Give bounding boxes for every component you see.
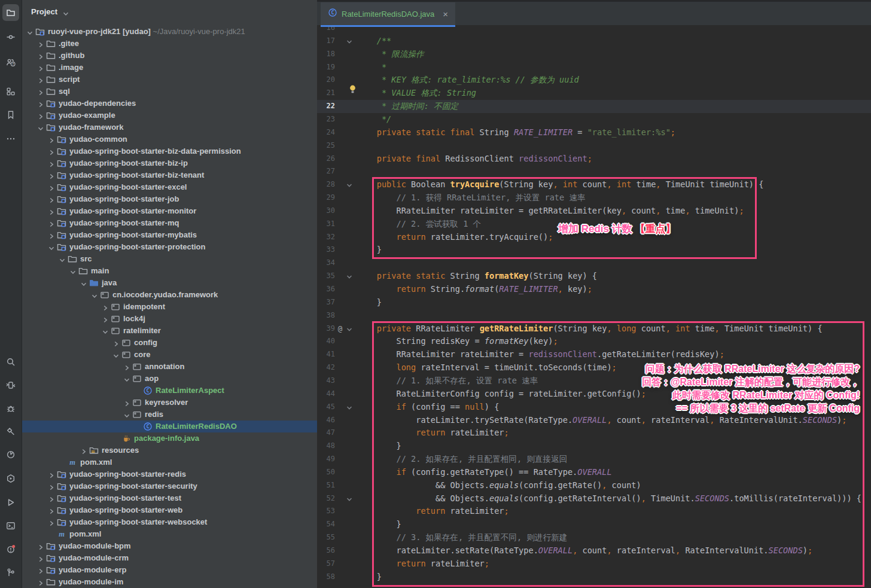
tree-item-sql[interactable]: sql [22, 86, 317, 98]
tree-item-yudao-spring-boot-starter-biz-tenant[interactable]: yudao-spring-boot-starter-biz-tenant [22, 169, 317, 181]
tree-item-.gitee[interactable]: .gitee [22, 38, 317, 50]
line-number[interactable]: 40 [317, 335, 335, 348]
run-icon[interactable] [2, 494, 19, 511]
fold-chevron-icon[interactable] [346, 181, 354, 189]
chevron-right-icon[interactable] [48, 148, 55, 155]
close-icon[interactable]: × [443, 9, 448, 19]
line-number[interactable]: 20 [317, 74, 335, 87]
tree-item-yudao-module-bpm[interactable]: yudao-module-bpm [22, 540, 317, 552]
chevron-right-icon[interactable] [48, 471, 55, 478]
chevron-right-icon[interactable] [48, 160, 55, 167]
chevron-down-icon[interactable] [123, 375, 130, 382]
chevron-down-icon[interactable] [112, 351, 120, 358]
chevron-right-icon[interactable] [80, 447, 87, 454]
tree-item-package-info.java[interactable]: package-info.java [22, 432, 317, 444]
chevron-right-icon[interactable] [48, 220, 55, 227]
annotated-gutter-icon[interactable]: @ [336, 322, 345, 336]
line-number[interactable]: 54 [317, 518, 335, 531]
tree-item-yudao-spring-boot-starter-mybatis[interactable]: yudao-spring-boot-starter-mybatis [22, 229, 317, 241]
tree-item-redis[interactable]: redis [22, 409, 317, 421]
line-number[interactable]: 35 [317, 270, 335, 283]
structural-search-icon[interactable] [2, 377, 19, 394]
tree-item-config[interactable]: config [22, 337, 317, 349]
line-number[interactable]: 21 [317, 87, 335, 100]
tree-item-yudao-common[interactable]: yudao-common [22, 133, 317, 145]
tree-item-annotation[interactable]: annotation [22, 361, 317, 373]
chevron-right-icon[interactable] [48, 184, 55, 191]
line-number[interactable]: 22 [317, 100, 335, 113]
line-number[interactable]: 48 [317, 440, 335, 453]
search-icon[interactable] [2, 354, 19, 370]
tree-item-RateLimiterAspect[interactable]: CRateLimiterAspect [22, 385, 317, 397]
chevron-right-icon[interactable] [37, 88, 44, 95]
tree-item-aop[interactable]: aop [22, 373, 317, 385]
profiler-icon[interactable] [2, 446, 19, 463]
chevron-right-icon[interactable] [48, 208, 55, 215]
chevron-right-icon[interactable] [37, 566, 44, 574]
chevron-down-icon[interactable] [91, 291, 98, 298]
chevron-down-icon[interactable] [26, 28, 34, 35]
chevron-down-icon[interactable] [59, 255, 66, 263]
services-icon[interactable] [2, 470, 19, 487]
line-number[interactable]: 27 [317, 165, 335, 178]
chevron-down-icon[interactable] [123, 411, 130, 418]
problems-icon[interactable] [2, 541, 19, 557]
tree-item-RateLimiterRedisDAO[interactable]: CRateLimiterRedisDAO [22, 421, 317, 432]
line-number[interactable]: 45 [317, 401, 335, 414]
line-number[interactable]: 34 [317, 257, 335, 270]
chevron-right-icon[interactable] [48, 483, 55, 490]
chevron-right-icon[interactable] [102, 315, 109, 322]
chevron-right-icon[interactable] [48, 231, 55, 239]
tree-item-resources[interactable]: resources [22, 444, 317, 456]
chevron-right-icon[interactable] [48, 136, 55, 143]
chevron-down-icon[interactable] [102, 327, 109, 334]
line-number[interactable]: 53 [317, 505, 335, 518]
tree-item-core[interactable]: core [22, 349, 317, 361]
line-number[interactable]: 32 [317, 231, 335, 244]
tree-item-cn.iocoder.yudao.framework[interactable]: cn.iocoder.yudao.framework [22, 289, 317, 301]
chevron-down-icon[interactable] [62, 9, 69, 16]
line-number[interactable]: 56 [317, 544, 335, 557]
chevron-right-icon[interactable] [123, 399, 130, 406]
chevron-right-icon[interactable] [37, 64, 44, 71]
line-number[interactable]: 38 [317, 309, 335, 322]
tree-item-yudao-spring-boot-starter-mq[interactable]: yudao-spring-boot-starter-mq [22, 217, 317, 229]
line-number[interactable]: 31 [317, 218, 335, 231]
tree-item-ratelimiter[interactable]: ratelimiter [22, 325, 317, 337]
line-number[interactable]: 29 [317, 191, 335, 205]
chevron-right-icon[interactable] [37, 555, 44, 562]
fold-chevron-icon[interactable] [346, 325, 354, 333]
line-number[interactable]: 23 [317, 113, 335, 126]
chevron-right-icon[interactable] [37, 52, 44, 59]
chevron-down-icon[interactable] [48, 243, 55, 251]
terminal-icon[interactable] [2, 517, 19, 534]
build-icon[interactable] [2, 424, 19, 440]
tree-item-ruoyi-vue-pro-jdk21[interactable]: ruoyi-vue-pro-jdk21 [yudao] ~/Java/ruoyi… [22, 26, 317, 38]
line-number[interactable]: 33 [317, 243, 335, 257]
line-number[interactable]: 42 [317, 361, 335, 374]
line-number[interactable]: 28 [317, 178, 335, 191]
chevron-right-icon[interactable] [48, 196, 55, 203]
line-number[interactable]: 50 [317, 466, 335, 479]
chevron-down-icon[interactable] [37, 124, 44, 131]
tree-item-yudao-spring-boot-starter-test[interactable]: yudao-spring-boot-starter-test [22, 492, 317, 504]
tree-item-yudao-example[interactable]: yudao-example [22, 109, 317, 121]
tree-item-yudao-spring-boot-starter-security[interactable]: yudao-spring-boot-starter-security [22, 480, 317, 492]
tab-ratelimiterredisdao-java[interactable]: C RateLimiterRedisDAO.java × [321, 2, 455, 27]
structure-icon[interactable] [2, 83, 19, 100]
project-panel-title[interactable]: Project [31, 7, 57, 16]
line-number[interactable]: 36 [317, 283, 335, 296]
line-number[interactable]: 57 [317, 557, 335, 571]
tree-item-yudao-spring-boot-starter-biz-data-permission[interactable]: yudao-spring-boot-starter-biz-data-permi… [22, 145, 317, 157]
fold-chevron-icon[interactable] [346, 37, 354, 45]
tree-item-yudao-spring-boot-starter-biz-ip[interactable]: yudao-spring-boot-starter-biz-ip [22, 157, 317, 169]
tree-item-main[interactable]: main [22, 265, 317, 277]
tree-item-.github[interactable]: .github [22, 50, 317, 62]
line-number[interactable]: 43 [317, 374, 335, 388]
line-number[interactable]: 39 [317, 322, 335, 336]
line-number[interactable]: 17 [317, 35, 335, 48]
tree-item-yudao-spring-boot-starter-redis[interactable]: yudao-spring-boot-starter-redis [22, 468, 317, 480]
tree-item-script[interactable]: script [22, 74, 317, 86]
tree-item-yudao-spring-boot-starter-job[interactable]: yudao-spring-boot-starter-job [22, 193, 317, 205]
tree-item-yudao-spring-boot-starter-protection[interactable]: yudao-spring-boot-starter-protection [22, 241, 317, 253]
